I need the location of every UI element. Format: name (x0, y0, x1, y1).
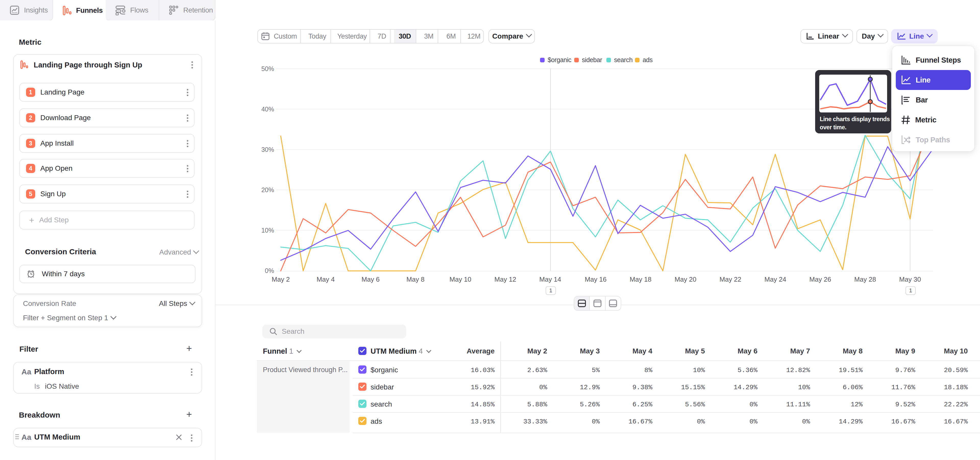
svg-text:May 8: May 8 (407, 275, 425, 283)
svg-text:10%: 10% (261, 227, 274, 234)
svg-text:May 4: May 4 (317, 275, 335, 283)
svg-text:May 20: May 20 (675, 275, 696, 283)
svg-text:40%: 40% (261, 105, 274, 113)
svg-text:50%: 50% (261, 65, 274, 72)
svg-text:May 28: May 28 (854, 275, 876, 283)
svg-text:20%: 20% (261, 186, 274, 193)
svg-text:0%: 0% (265, 267, 274, 274)
svg-text:May 10: May 10 (449, 275, 471, 283)
svg-text:May 26: May 26 (809, 275, 831, 283)
svg-text:30%: 30% (261, 146, 274, 153)
svg-text:May 14: May 14 (539, 275, 561, 283)
svg-text:May 24: May 24 (764, 275, 786, 283)
svg-text:May 6: May 6 (362, 275, 380, 283)
svg-text:May 22: May 22 (719, 275, 741, 283)
svg-text:May 30: May 30 (899, 275, 921, 283)
svg-text:May 2: May 2 (272, 275, 290, 283)
svg-text:May 16: May 16 (585, 275, 606, 283)
svg-text:May 12: May 12 (494, 275, 516, 283)
svg-text:May 18: May 18 (630, 275, 651, 283)
